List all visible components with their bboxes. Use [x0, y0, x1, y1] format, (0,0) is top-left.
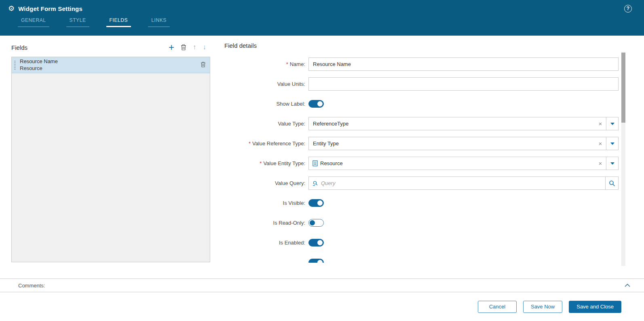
clear-icon[interactable]: ×: [595, 160, 606, 167]
add-field-button[interactable]: +: [169, 43, 174, 51]
show-label-toggle[interactable]: [308, 100, 324, 108]
save-and-close-button[interactable]: Save and Close: [569, 301, 621, 313]
remove-field-button[interactable]: [201, 62, 206, 69]
dropdown-button[interactable]: [606, 117, 618, 130]
value-units-row: Value Units:: [224, 77, 619, 91]
save-now-button[interactable]: Save Now: [523, 301, 562, 313]
chevron-up-icon: [625, 284, 630, 287]
required-asterisk: *: [249, 140, 251, 147]
field-details-panel: Field details *Name: Value Units: Show L…: [210, 40, 644, 278]
field-item-type: Resource: [20, 65, 58, 72]
required-asterisk: *: [286, 61, 288, 67]
is-enabled-toggle[interactable]: [308, 239, 324, 247]
name-label: Name:: [290, 61, 305, 67]
is-visible-label: Is Visible:: [224, 200, 305, 206]
dropdown-button[interactable]: [606, 157, 618, 170]
widget-form-settings-dialog: ⚙ Widget Form Settings ? GENERAL STYLE F…: [0, 0, 644, 321]
value-entity-type-combobox[interactable]: Resource ×: [308, 157, 619, 170]
value-query-field: [308, 176, 619, 190]
move-field-up-button[interactable]: ↑: [193, 43, 196, 51]
show-label-row: Show Label:: [224, 97, 619, 111]
name-input[interactable]: [308, 57, 619, 71]
header: ⚙ Widget Form Settings ? GENERAL STYLE F…: [0, 0, 644, 36]
drag-handle-icon[interactable]: [15, 61, 16, 70]
name-row: *Name:: [224, 57, 619, 71]
value-entity-type-label: Value Entity Type:: [263, 160, 305, 166]
fields-list: Resource Name Resource: [11, 57, 210, 262]
is-visible-toggle[interactable]: [308, 199, 324, 207]
tab-general[interactable]: GENERAL: [18, 17, 49, 27]
chevron-down-icon: [610, 123, 614, 125]
chevron-down-icon: [610, 142, 614, 145]
footer-actions: Cancel Save Now Save and Close: [0, 292, 644, 321]
required-asterisk: *: [260, 160, 262, 166]
show-label-label: Show Label:: [224, 101, 305, 107]
fields-panel-title: Fields: [11, 44, 27, 51]
clipped-toggle[interactable]: [308, 259, 324, 263]
tab-style[interactable]: STYLE: [66, 17, 89, 27]
value-reference-type-row: *Value Reference Type: Entity Type ×: [224, 137, 619, 150]
tab-fields[interactable]: FIELDS: [106, 17, 131, 27]
tab-links[interactable]: LINKS: [148, 17, 170, 27]
value-entity-type-row: *Value Entity Type: Resource ×: [224, 157, 619, 170]
page-title: Widget Form Settings: [18, 5, 82, 12]
value-query-input[interactable]: [321, 177, 605, 189]
value-units-label: Value Units:: [224, 81, 305, 87]
value-type-combobox[interactable]: ReferenceType ×: [308, 117, 619, 130]
comments-label: Comments:: [18, 283, 45, 289]
value-reference-type-value: Entity Type: [309, 140, 595, 147]
fields-panel: Fields + ↑ ↓ Resource Name: [11, 40, 210, 278]
trash-icon: [201, 62, 206, 68]
help-icon[interactable]: ?: [624, 5, 632, 13]
tab-bar: GENERAL STYLE FIELDS LINKS: [0, 17, 644, 27]
comments-section: Comments:: [0, 278, 644, 292]
search-button[interactable]: [605, 177, 618, 189]
value-type-value: ReferenceType: [309, 121, 595, 127]
vertical-scrollbar[interactable]: [621, 52, 625, 266]
dropdown-button[interactable]: [606, 137, 618, 150]
trash-icon: [181, 44, 186, 51]
field-item-name: Resource Name: [20, 58, 58, 65]
is-read-only-toggle[interactable]: [308, 219, 324, 227]
scrollbar-thumb[interactable]: [621, 53, 625, 123]
value-query-label: Value Query:: [224, 180, 305, 186]
field-details-title: Field details: [224, 40, 619, 57]
value-type-label: Value Type:: [224, 121, 305, 127]
value-query-row: Value Query:: [224, 176, 619, 190]
field-list-item[interactable]: Resource Name Resource: [12, 57, 210, 73]
query-icon: [312, 181, 319, 186]
settings-gear-icon: ⚙: [8, 5, 15, 12]
value-reference-type-combobox[interactable]: Entity Type ×: [308, 137, 619, 150]
is-enabled-row: Is Enabled:: [224, 236, 619, 249]
is-read-only-label: Is Read-Only:: [224, 220, 305, 226]
cancel-button[interactable]: Cancel: [478, 301, 517, 313]
delete-field-button[interactable]: [181, 44, 186, 51]
value-type-row: Value Type: ReferenceType ×: [224, 117, 619, 130]
is-read-only-row: Is Read-Only:: [224, 216, 619, 230]
main-content: Fields + ↑ ↓ Resource Name: [0, 36, 644, 278]
clear-icon[interactable]: ×: [595, 140, 606, 147]
value-reference-type-label: Value Reference Type:: [252, 140, 305, 147]
search-icon: [609, 180, 615, 187]
entity-type-icon: [312, 160, 318, 166]
collapse-comments-button[interactable]: [625, 284, 630, 287]
is-visible-row: Is Visible:: [224, 196, 619, 210]
value-units-input[interactable]: [308, 77, 619, 91]
clipped-row: [224, 256, 619, 263]
move-field-down-button[interactable]: ↓: [203, 43, 207, 51]
clear-icon[interactable]: ×: [595, 120, 606, 127]
chevron-down-icon: [610, 162, 614, 165]
value-entity-type-value: Resource: [318, 160, 595, 166]
is-enabled-label: Is Enabled:: [224, 240, 305, 246]
